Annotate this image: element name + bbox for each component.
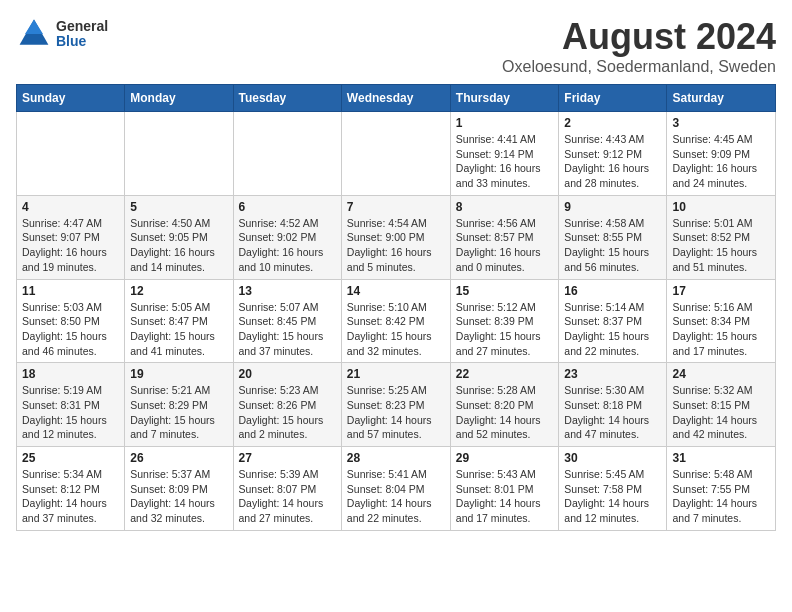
day-info: Sunrise: 4:52 AM Sunset: 9:02 PM Dayligh… [239, 216, 336, 275]
day-info: Sunrise: 4:47 AM Sunset: 9:07 PM Dayligh… [22, 216, 119, 275]
calendar-cell: 19Sunrise: 5:21 AM Sunset: 8:29 PM Dayli… [125, 363, 233, 447]
day-info: Sunrise: 4:56 AM Sunset: 8:57 PM Dayligh… [456, 216, 554, 275]
logo-icon [16, 16, 52, 52]
calendar-cell: 11Sunrise: 5:03 AM Sunset: 8:50 PM Dayli… [17, 279, 125, 363]
calendar-cell: 27Sunrise: 5:39 AM Sunset: 8:07 PM Dayli… [233, 447, 341, 531]
day-info: Sunrise: 5:48 AM Sunset: 7:55 PM Dayligh… [672, 467, 770, 526]
day-number: 23 [564, 367, 661, 381]
day-number: 13 [239, 284, 336, 298]
day-info: Sunrise: 5:41 AM Sunset: 8:04 PM Dayligh… [347, 467, 445, 526]
day-info: Sunrise: 5:14 AM Sunset: 8:37 PM Dayligh… [564, 300, 661, 359]
day-number: 10 [672, 200, 770, 214]
day-number: 22 [456, 367, 554, 381]
day-info: Sunrise: 5:43 AM Sunset: 8:01 PM Dayligh… [456, 467, 554, 526]
day-number: 30 [564, 451, 661, 465]
day-info: Sunrise: 5:32 AM Sunset: 8:15 PM Dayligh… [672, 383, 770, 442]
calendar-cell: 1Sunrise: 4:41 AM Sunset: 9:14 PM Daylig… [450, 112, 559, 196]
day-info: Sunrise: 4:54 AM Sunset: 9:00 PM Dayligh… [347, 216, 445, 275]
calendar-header-row: SundayMondayTuesdayWednesdayThursdayFrid… [17, 85, 776, 112]
calendar-cell: 16Sunrise: 5:14 AM Sunset: 8:37 PM Dayli… [559, 279, 667, 363]
day-info: Sunrise: 4:43 AM Sunset: 9:12 PM Dayligh… [564, 132, 661, 191]
calendar-cell: 20Sunrise: 5:23 AM Sunset: 8:26 PM Dayli… [233, 363, 341, 447]
day-number: 24 [672, 367, 770, 381]
day-number: 1 [456, 116, 554, 130]
location-subtitle: Oxeloesund, Soedermanland, Sweden [502, 58, 776, 76]
calendar-cell: 21Sunrise: 5:25 AM Sunset: 8:23 PM Dayli… [341, 363, 450, 447]
day-number: 20 [239, 367, 336, 381]
calendar-cell: 24Sunrise: 5:32 AM Sunset: 8:15 PM Dayli… [667, 363, 776, 447]
calendar-cell: 10Sunrise: 5:01 AM Sunset: 8:52 PM Dayli… [667, 195, 776, 279]
title-block: August 2024 Oxeloesund, Soedermanland, S… [502, 16, 776, 76]
calendar-week-row: 11Sunrise: 5:03 AM Sunset: 8:50 PM Dayli… [17, 279, 776, 363]
day-number: 2 [564, 116, 661, 130]
page-header: General Blue August 2024 Oxeloesund, Soe… [16, 16, 776, 76]
col-header-friday: Friday [559, 85, 667, 112]
day-number: 9 [564, 200, 661, 214]
day-info: Sunrise: 5:07 AM Sunset: 8:45 PM Dayligh… [239, 300, 336, 359]
calendar-cell: 30Sunrise: 5:45 AM Sunset: 7:58 PM Dayli… [559, 447, 667, 531]
day-number: 15 [456, 284, 554, 298]
day-info: Sunrise: 5:39 AM Sunset: 8:07 PM Dayligh… [239, 467, 336, 526]
day-number: 18 [22, 367, 119, 381]
calendar-week-row: 25Sunrise: 5:34 AM Sunset: 8:12 PM Dayli… [17, 447, 776, 531]
calendar-cell: 4Sunrise: 4:47 AM Sunset: 9:07 PM Daylig… [17, 195, 125, 279]
col-header-thursday: Thursday [450, 85, 559, 112]
calendar-cell: 13Sunrise: 5:07 AM Sunset: 8:45 PM Dayli… [233, 279, 341, 363]
calendar-cell: 25Sunrise: 5:34 AM Sunset: 8:12 PM Dayli… [17, 447, 125, 531]
day-info: Sunrise: 5:03 AM Sunset: 8:50 PM Dayligh… [22, 300, 119, 359]
day-info: Sunrise: 5:28 AM Sunset: 8:20 PM Dayligh… [456, 383, 554, 442]
calendar-week-row: 4Sunrise: 4:47 AM Sunset: 9:07 PM Daylig… [17, 195, 776, 279]
day-number: 5 [130, 200, 227, 214]
calendar-cell: 17Sunrise: 5:16 AM Sunset: 8:34 PM Dayli… [667, 279, 776, 363]
col-header-tuesday: Tuesday [233, 85, 341, 112]
svg-marker-1 [25, 20, 43, 34]
day-number: 27 [239, 451, 336, 465]
calendar-table: SundayMondayTuesdayWednesdayThursdayFrid… [16, 84, 776, 531]
day-number: 25 [22, 451, 119, 465]
day-number: 21 [347, 367, 445, 381]
calendar-cell: 14Sunrise: 5:10 AM Sunset: 8:42 PM Dayli… [341, 279, 450, 363]
col-header-wednesday: Wednesday [341, 85, 450, 112]
day-number: 4 [22, 200, 119, 214]
day-info: Sunrise: 4:50 AM Sunset: 9:05 PM Dayligh… [130, 216, 227, 275]
calendar-cell: 12Sunrise: 5:05 AM Sunset: 8:47 PM Dayli… [125, 279, 233, 363]
day-info: Sunrise: 4:45 AM Sunset: 9:09 PM Dayligh… [672, 132, 770, 191]
calendar-cell: 18Sunrise: 5:19 AM Sunset: 8:31 PM Dayli… [17, 363, 125, 447]
day-number: 31 [672, 451, 770, 465]
day-number: 7 [347, 200, 445, 214]
logo: General Blue [16, 16, 108, 52]
day-info: Sunrise: 5:12 AM Sunset: 8:39 PM Dayligh… [456, 300, 554, 359]
calendar-cell: 26Sunrise: 5:37 AM Sunset: 8:09 PM Dayli… [125, 447, 233, 531]
calendar-week-row: 18Sunrise: 5:19 AM Sunset: 8:31 PM Dayli… [17, 363, 776, 447]
month-year-title: August 2024 [502, 16, 776, 58]
calendar-cell: 22Sunrise: 5:28 AM Sunset: 8:20 PM Dayli… [450, 363, 559, 447]
day-info: Sunrise: 5:30 AM Sunset: 8:18 PM Dayligh… [564, 383, 661, 442]
day-number: 28 [347, 451, 445, 465]
calendar-cell: 7Sunrise: 4:54 AM Sunset: 9:00 PM Daylig… [341, 195, 450, 279]
calendar-cell: 6Sunrise: 4:52 AM Sunset: 9:02 PM Daylig… [233, 195, 341, 279]
day-info: Sunrise: 5:01 AM Sunset: 8:52 PM Dayligh… [672, 216, 770, 275]
logo-blue: Blue [56, 34, 108, 49]
day-info: Sunrise: 5:25 AM Sunset: 8:23 PM Dayligh… [347, 383, 445, 442]
calendar-week-row: 1Sunrise: 4:41 AM Sunset: 9:14 PM Daylig… [17, 112, 776, 196]
day-info: Sunrise: 5:16 AM Sunset: 8:34 PM Dayligh… [672, 300, 770, 359]
day-number: 3 [672, 116, 770, 130]
calendar-cell [17, 112, 125, 196]
calendar-cell: 8Sunrise: 4:56 AM Sunset: 8:57 PM Daylig… [450, 195, 559, 279]
col-header-monday: Monday [125, 85, 233, 112]
day-info: Sunrise: 5:37 AM Sunset: 8:09 PM Dayligh… [130, 467, 227, 526]
calendar-cell: 9Sunrise: 4:58 AM Sunset: 8:55 PM Daylig… [559, 195, 667, 279]
day-number: 14 [347, 284, 445, 298]
calendar-cell: 29Sunrise: 5:43 AM Sunset: 8:01 PM Dayli… [450, 447, 559, 531]
calendar-cell [341, 112, 450, 196]
day-number: 12 [130, 284, 227, 298]
day-number: 16 [564, 284, 661, 298]
day-info: Sunrise: 5:23 AM Sunset: 8:26 PM Dayligh… [239, 383, 336, 442]
logo-general: General [56, 19, 108, 34]
day-info: Sunrise: 4:58 AM Sunset: 8:55 PM Dayligh… [564, 216, 661, 275]
day-info: Sunrise: 5:05 AM Sunset: 8:47 PM Dayligh… [130, 300, 227, 359]
logo-text: General Blue [56, 19, 108, 50]
col-header-sunday: Sunday [17, 85, 125, 112]
day-info: Sunrise: 4:41 AM Sunset: 9:14 PM Dayligh… [456, 132, 554, 191]
day-number: 19 [130, 367, 227, 381]
